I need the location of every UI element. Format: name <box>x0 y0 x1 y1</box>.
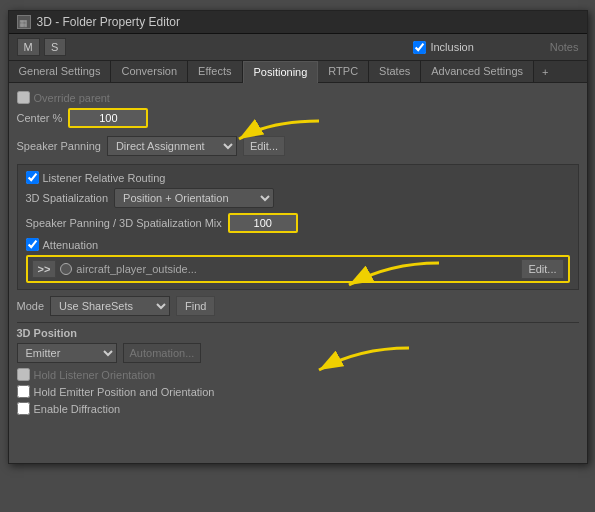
emitter-dropdown[interactable]: Emitter <box>17 343 117 363</box>
override-parent-label: Override parent <box>34 92 110 104</box>
mix-input[interactable] <box>228 213 298 233</box>
find-btn[interactable]: Find <box>176 296 215 316</box>
tabs-bar: General Settings Conversion Effects Posi… <box>9 61 587 83</box>
listener-routing-section: Listener Relative Routing 3D Spatializat… <box>17 164 579 290</box>
speaker-panning-label: Speaker Panning <box>17 140 101 152</box>
speaker-panning-edit-btn[interactable]: Edit... <box>243 136 285 156</box>
inclusion-checkbox[interactable] <box>413 41 426 54</box>
tab-states[interactable]: States <box>369 61 421 82</box>
position-title: 3D Position <box>17 327 579 339</box>
mode-label: Mode <box>17 300 45 312</box>
titlebar: ▦ 3D - Folder Property Editor <box>9 11 587 34</box>
listener-relative-checkbox[interactable] <box>26 171 39 184</box>
attenuation-edit-btn[interactable]: Edit... <box>521 259 563 279</box>
window-icon: ▦ <box>17 15 31 29</box>
tab-conversion[interactable]: Conversion <box>111 61 188 82</box>
enable-diffraction-row: Enable Diffraction <box>17 402 579 415</box>
tab-positioning[interactable]: Positioning <box>243 61 319 83</box>
mode-row: Mode Use ShareSets Find <box>17 296 579 316</box>
override-parent-checkbox[interactable] <box>17 91 30 104</box>
listener-relative-row: Listener Relative Routing <box>26 171 570 184</box>
mode-dropdown[interactable]: Use ShareSets <box>50 296 170 316</box>
attenuation-checkbox-row: Attenuation <box>26 238 570 251</box>
tab-advanced[interactable]: Advanced Settings <box>421 61 534 82</box>
hold-listener-label: Hold Listener Orientation <box>34 369 156 381</box>
spatialization-label: 3D Spatialization <box>26 192 109 204</box>
main-window: ▦ 3D - Folder Property Editor M S Inclus… <box>8 10 588 464</box>
automation-btn[interactable]: Automation... <box>123 343 202 363</box>
btn-m[interactable]: M <box>17 38 40 56</box>
attenuation-path-row: >> aircraft_player_outside... Edit... <box>26 255 570 283</box>
btn-s[interactable]: S <box>44 38 66 56</box>
spatialization-row: 3D Spatialization Position + Orientation <box>26 188 570 208</box>
window-title: 3D - Folder Property Editor <box>37 15 180 29</box>
toolbar: M S Inclusion Notes <box>9 34 587 61</box>
hold-emitter-row: Hold Emitter Position and Orientation <box>17 385 579 398</box>
hold-emitter-label: Hold Emitter Position and Orientation <box>34 386 215 398</box>
listener-relative-label: Listener Relative Routing <box>43 172 166 184</box>
attenuation-label: Attenuation <box>43 239 99 251</box>
center-row: Center % <box>17 108 579 128</box>
speaker-panning-row: Speaker Panning Direct Assignment Edit..… <box>17 136 579 156</box>
center-label: Center % <box>17 112 63 124</box>
inclusion-check: Inclusion <box>413 41 473 54</box>
hold-emitter-checkbox[interactable] <box>17 385 30 398</box>
hold-listener-row: Hold Listener Orientation <box>17 368 579 381</box>
attenuation-path-text: aircraft_player_outside... <box>76 263 517 275</box>
tab-add[interactable]: + <box>534 62 556 82</box>
content-area: Override parent Center % Speaker Panning… <box>9 83 587 463</box>
center-input[interactable] <box>68 108 148 128</box>
hold-listener-checkbox[interactable] <box>17 368 30 381</box>
attenuation-icon <box>60 263 72 275</box>
speaker-panning-dropdown[interactable]: Direct Assignment <box>107 136 237 156</box>
mix-label: Speaker Panning / 3D Spatialization Mix <box>26 217 222 229</box>
tab-rtpc[interactable]: RTPC <box>318 61 369 82</box>
mix-row: Speaker Panning / 3D Spatialization Mix <box>26 213 570 233</box>
inclusion-label: Inclusion <box>430 41 473 53</box>
enable-diffraction-label: Enable Diffraction <box>34 403 121 415</box>
enable-diffraction-checkbox[interactable] <box>17 402 30 415</box>
emitter-row: Emitter Automation... <box>17 343 579 363</box>
tab-effects[interactable]: Effects <box>188 61 242 82</box>
position-section: 3D Position Emitter Automation... Hold L… <box>17 327 579 415</box>
dbl-arrow-btn[interactable]: >> <box>32 260 57 278</box>
notes-label: Notes <box>550 41 579 53</box>
override-parent-row: Override parent <box>17 91 579 104</box>
spatialization-dropdown[interactable]: Position + Orientation <box>114 188 274 208</box>
tab-general[interactable]: General Settings <box>9 61 112 82</box>
attenuation-checkbox[interactable] <box>26 238 39 251</box>
